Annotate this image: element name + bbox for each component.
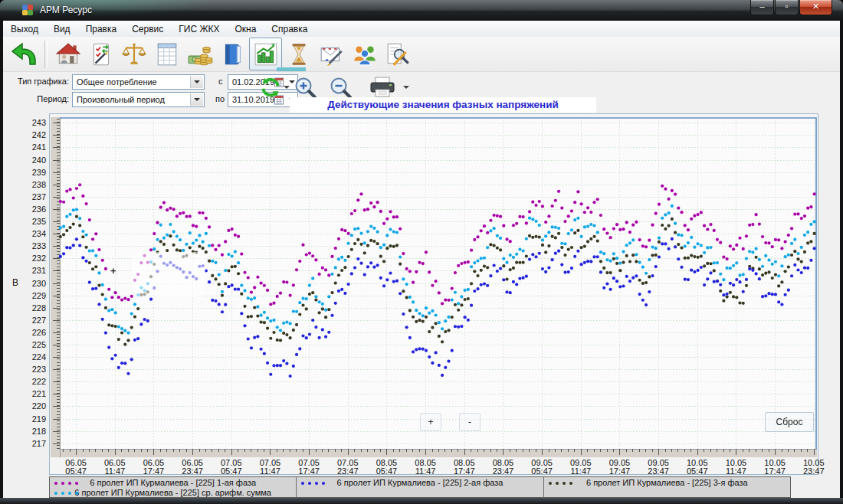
chart-reset-button[interactable]: Сброс: [765, 412, 814, 432]
toolbar-highlight: [277, 67, 306, 71]
y-tick-label: 230: [21, 280, 46, 288]
legend-series-swatch-icon: [54, 492, 78, 495]
book-button[interactable]: [216, 38, 249, 70]
chart-zoom-out-button[interactable]: -: [459, 413, 481, 431]
chart-type-select[interactable]: Общее потребление: [72, 74, 205, 90]
client-area: Тип графика: Общее потребление с 01.02.2…: [3, 37, 840, 498]
hourglass-button[interactable]: [282, 38, 315, 70]
period-value: Произвольный период: [77, 95, 165, 104]
table-button[interactable]: [150, 38, 183, 70]
period-select[interactable]: Произвольный период: [72, 92, 205, 107]
period-dropdown-icon[interactable]: [190, 93, 203, 106]
menu-item[interactable]: Окна: [227, 22, 264, 36]
y-tick-label: 236: [21, 205, 46, 214]
chart-zoom-in-button[interactable]: +: [420, 413, 441, 431]
back-arrow-icon: [9, 41, 40, 68]
y-tick-label: 239: [21, 169, 46, 177]
window-bottom-frame: [0, 498, 843, 504]
print-dropdown-icon[interactable]: [403, 86, 409, 89]
toolbar-separator: [44, 41, 48, 68]
legend-series-swatch-icon: [549, 482, 572, 485]
y-tick-label: 238: [21, 181, 46, 189]
print-button[interactable]: [366, 76, 399, 99]
chart-icon: [253, 41, 279, 67]
y-tick-label: 224: [21, 353, 46, 362]
finance-icon: [187, 41, 213, 67]
refresh-dropdown-icon[interactable]: [284, 86, 290, 89]
y-tick-label: 231: [21, 267, 46, 275]
chart-panel: + + - Сброс 06.0505:4706.0511:4706.0517:…: [49, 113, 818, 475]
users-button[interactable]: [348, 38, 381, 70]
y-axis-unit: В: [12, 277, 18, 288]
inspect-button[interactable]: [381, 38, 414, 70]
mail-button[interactable]: [315, 38, 348, 70]
inspect-icon: [385, 41, 411, 67]
chart-title: Действующие значения фазных напряжений: [290, 97, 596, 113]
chart-area: В 21721821922022122222322422522622722822…: [3, 113, 840, 498]
print-icon: [367, 76, 398, 99]
chart-cursor: +: [110, 265, 116, 277]
book-icon: [220, 41, 246, 67]
finance-button[interactable]: [183, 38, 216, 70]
journal-button[interactable]: [84, 38, 117, 70]
legend-entry: 6 пролет ИП Курмалиева - [225] 3-я фаза: [544, 478, 790, 488]
y-tick-label: 223: [21, 365, 46, 374]
caption-buttons: – ▫ ✕: [750, 0, 832, 15]
x-tick-label: 09.0511:47: [559, 459, 602, 476]
y-tick-label: 241: [21, 143, 46, 152]
x-tick-label: 08.0517:47: [443, 459, 486, 476]
menu-bar: ВыходВидПравкаСервисГИС ЖКХОкнаСправка: [3, 21, 840, 38]
x-tick-label: 08.0511:47: [404, 459, 447, 476]
date-to-label: по: [215, 94, 225, 103]
y-tick-label: 221: [21, 390, 46, 398]
plot-region: + + - Сброс: [51, 117, 817, 457]
refresh-button[interactable]: [259, 76, 282, 99]
chart-type-value: Общее потребление: [77, 77, 157, 87]
menu-item[interactable]: Сервис: [124, 22, 171, 36]
y-tick-label: 229: [21, 292, 46, 300]
menu-item[interactable]: Вид: [46, 22, 78, 36]
filter-panel: Тип графика: Общее потребление с 01.02.2…: [3, 71, 840, 113]
menu-item[interactable]: Выход: [3, 22, 46, 36]
y-tick-label: 217: [21, 440, 46, 448]
legend-series-swatch-icon: [54, 482, 78, 485]
menu-item[interactable]: ГИС ЖКХ: [171, 22, 227, 36]
y-tick-label: 218: [21, 427, 46, 436]
x-tick-label: 09.0523:47: [637, 459, 680, 476]
y-tick-label: 243: [21, 119, 46, 127]
y-tick-label: 235: [21, 218, 46, 226]
table-icon: [154, 41, 180, 67]
refresh-icon: [260, 77, 281, 98]
y-tick-label: 240: [21, 156, 46, 165]
legend-cell: 6 пролет ИП Курмалиева - [225] 3-я фаза: [544, 477, 790, 497]
legend-series-label: 6 пролет ИП Курмалиева - [225] 3-я фаза: [544, 478, 790, 488]
chart-type-dropdown-icon[interactable]: [190, 76, 203, 88]
legend-series-label: 6 пролет ИП Курмалиева - [225] 2-ая фаза: [297, 478, 543, 488]
users-icon: [352, 41, 378, 67]
scales-icon: [121, 41, 147, 67]
y-tick-label: 219: [21, 415, 46, 424]
y-tick-label: 228: [21, 304, 46, 313]
date-from-label: с: [218, 77, 223, 86]
legend-entry: 6 пролет ИП Курмалиева - [225] ср. арифм…: [50, 488, 296, 498]
chart-legend: 6 пролет ИП Курмалиева - [225] 1-ая фаза…: [49, 476, 791, 498]
home-button[interactable]: [51, 38, 84, 70]
x-tick-label: 10.0517:47: [753, 459, 796, 476]
legend-series-label: 6 пролет ИП Курмалиева - [225] 1-ая фаза: [50, 478, 296, 488]
y-tick-label: 227: [21, 316, 46, 325]
hourglass-icon: [286, 41, 312, 67]
legend-cell: 6 пролет ИП Курмалиева - [225] 1-ая фаза…: [50, 477, 297, 497]
menu-item[interactable]: Правка: [78, 22, 125, 36]
maximize-button[interactable]: ▫: [775, 0, 799, 15]
menu-item[interactable]: Справка: [264, 22, 315, 36]
minimize-button[interactable]: –: [750, 0, 774, 15]
chart-button[interactable]: [249, 38, 282, 70]
x-tick-label: 07.0505:47: [210, 459, 253, 476]
close-button[interactable]: ✕: [799, 0, 832, 15]
scales-button[interactable]: [117, 38, 150, 70]
legend-entry: 6 пролет ИП Курмалиева - [225] 1-ая фаза: [50, 478, 296, 488]
title-bar: АРМ Ресурс – ▫ ✕: [0, 0, 843, 21]
y-tick-label: 226: [21, 329, 46, 337]
app-window: АРМ Ресурс – ▫ ✕ ВыходВидПравкаСервисГИС…: [0, 0, 843, 504]
back-button[interactable]: [8, 38, 41, 70]
